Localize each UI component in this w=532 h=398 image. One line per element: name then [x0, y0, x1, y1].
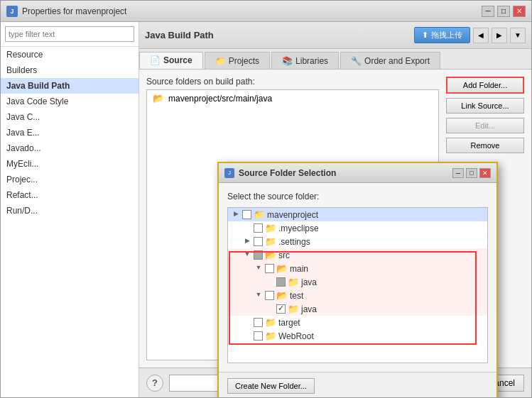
label-main: main: [290, 264, 308, 274]
folder-target: 📁 target: [265, 317, 300, 328]
expand-src-icon: ▼: [242, 250, 252, 260]
label-mavenproject: mavenproject: [267, 210, 318, 220]
sidebar-item-javadoc[interactable]: Javado...: [1, 140, 139, 156]
folder-webroot: 📁 WebRoot: [265, 331, 314, 341]
tree-item-test-java[interactable]: 📁 java: [228, 302, 487, 316]
checkbox-main-java[interactable]: [276, 277, 286, 287]
link-source-button[interactable]: Link Source...: [446, 98, 524, 114]
folder-icon-test-java: 📁: [288, 304, 299, 314]
expand-mavenproject-icon: ▶: [231, 210, 241, 220]
tree-container[interactable]: ▶ 📁 mavenproject: [227, 207, 488, 363]
dialog-controls: ─ □ ✕: [452, 168, 491, 178]
folder-mavenproject: 📁 mavenproject: [254, 209, 318, 220]
main-help-button[interactable]: ?: [146, 375, 163, 392]
folder-icon-myeclipse: 📁: [265, 223, 276, 233]
tab-order-export[interactable]: 🔧 Order and Export: [340, 52, 440, 69]
filter-input[interactable]: [5, 26, 134, 42]
folder-icon: 📂: [153, 93, 164, 104]
tree-item-mavenproject[interactable]: ▶ 📁 mavenproject: [228, 208, 487, 221]
label-target: target: [278, 318, 300, 328]
tree-item-myeclipse[interactable]: 📁 .myeclipse: [228, 221, 487, 235]
title-bar-left: J Properties for mavenproject: [6, 6, 126, 17]
label-src: src: [278, 250, 290, 260]
dialog-maximize-button[interactable]: □: [466, 168, 477, 178]
tree-item-test[interactable]: ▼ 📂 test: [228, 289, 487, 302]
tree-item-webroot[interactable]: 📁 WebRoot: [228, 329, 487, 343]
folder-icon-main: 📂: [276, 263, 288, 274]
sidebar-item-run[interactable]: Run/D...: [1, 203, 139, 219]
source-list-item: 📂 mavenproject/src/main/java: [147, 90, 438, 106]
sidebar-items: Resource Builders Java Build Path Java C…: [1, 47, 139, 397]
back-button[interactable]: ◀: [473, 28, 489, 43]
folder-main-java: 📁 java: [288, 277, 317, 287]
checkbox-mavenproject[interactable]: [242, 210, 251, 219]
sidebar-item-refactor[interactable]: Refact...: [1, 187, 139, 203]
tab-libraries[interactable]: 📚 Libraries: [271, 52, 339, 69]
sidebar: Resource Builders Java Build Path Java C…: [1, 22, 139, 397]
sidebar-item-java-build-path[interactable]: Java Build Path: [1, 78, 139, 94]
checkbox-myeclipse[interactable]: [254, 223, 263, 233]
source-path: mavenproject/src/main/java: [168, 94, 272, 104]
checkbox-main[interactable]: [265, 264, 274, 273]
folder-src: 📂 src: [265, 250, 290, 260]
dialog-close-button[interactable]: ✕: [479, 168, 491, 178]
checkbox-webroot[interactable]: [254, 331, 263, 341]
folder-icon-webroot: 📁: [265, 331, 276, 341]
sidebar-item-resource[interactable]: Resource: [1, 47, 139, 62]
sidebar-item-builders[interactable]: Builders: [1, 62, 139, 78]
folder-myeclipse: 📁 .myeclipse: [265, 223, 319, 233]
tree-item-src[interactable]: ▼ 📂 src: [228, 248, 487, 262]
expand-myeclipse-icon: [242, 223, 252, 233]
remove-button[interactable]: Remove: [446, 138, 524, 153]
minimize-button[interactable]: ─: [482, 6, 494, 17]
section-label: Source folders on build path:: [146, 77, 439, 87]
edit-button[interactable]: Edit...: [446, 118, 524, 133]
folder-main: 📂 main: [276, 263, 308, 274]
tree-item-main-java[interactable]: 📁 java: [228, 275, 487, 289]
tab-projects[interactable]: 📁 Projects: [205, 52, 270, 69]
maximize-button[interactable]: □: [497, 6, 510, 17]
folder-test-java: 📁 java: [288, 304, 317, 314]
sidebar-item-project[interactable]: Projec...: [1, 172, 139, 187]
label-test-java: java: [301, 304, 317, 314]
dropdown-button[interactable]: ▼: [510, 28, 526, 43]
sidebar-item-java-e[interactable]: Java E...: [1, 125, 139, 140]
sidebar-item-java-c[interactable]: Java C...: [1, 109, 139, 125]
folder-icon-mavenproject: 📁: [254, 209, 265, 220]
forward-button[interactable]: ▶: [492, 28, 507, 43]
close-button[interactable]: ✕: [513, 6, 526, 17]
projects-tab-icon: 📁: [215, 56, 226, 66]
checkbox-target[interactable]: [254, 318, 263, 327]
expand-settings-icon: ▶: [242, 237, 252, 247]
tree-wrapper: ▶ 📁 mavenproject: [227, 207, 488, 363]
tree-item-target[interactable]: 📁 target: [228, 316, 487, 329]
dialog-title: Source Folder Selection: [239, 168, 336, 178]
sidebar-item-java-code-style[interactable]: Java Code Style: [1, 94, 139, 109]
right-top-bar: Java Build Path ⬆ 拖拽上传 ◀ ▶ ▼: [139, 22, 531, 49]
folder-icon-settings: 📁: [265, 236, 276, 247]
tree-item-settings[interactable]: ▶ 📁 .settings: [228, 235, 487, 248]
dialog-content: Select the source folder: ▶: [219, 183, 496, 372]
libraries-tab-icon: 📚: [282, 56, 293, 66]
dialog-bottom: Create New Folder...: [219, 372, 496, 397]
upload-icon: ⬆: [422, 31, 428, 40]
create-new-folder-button[interactable]: Create New Folder...: [227, 378, 315, 394]
window-relative: Source folders on build path: 📂 mavenpro…: [139, 70, 531, 397]
sidebar-item-myeclipse[interactable]: MyEcli...: [1, 156, 139, 172]
folder-icon-test: 📂: [276, 290, 288, 301]
top-bar-actions: ⬆ 拖拽上传 ◀ ▶ ▼: [414, 27, 526, 43]
title-bar: J Properties for mavenproject ─ □ ✕: [1, 1, 531, 22]
right-panel: Java Build Path ⬆ 拖拽上传 ◀ ▶ ▼ 📄 Source: [139, 22, 531, 397]
folder-test: 📂 test: [276, 290, 303, 301]
checkbox-test[interactable]: [265, 291, 274, 300]
dialog-minimize-button[interactable]: ─: [452, 168, 464, 178]
checkbox-src[interactable]: [254, 250, 263, 260]
upload-button[interactable]: ⬆ 拖拽上传: [414, 27, 470, 43]
main-content: Resource Builders Java Build Path Java C…: [1, 22, 531, 397]
tab-source[interactable]: 📄 Source: [139, 52, 203, 69]
add-folder-button[interactable]: Add Folder...: [446, 77, 524, 94]
checkbox-test-java[interactable]: [276, 304, 286, 314]
checkbox-settings[interactable]: [254, 237, 263, 246]
tree-item-main[interactable]: ▼ 📂 main: [228, 262, 487, 275]
right-panel-title: Java Build Path: [145, 30, 214, 40]
